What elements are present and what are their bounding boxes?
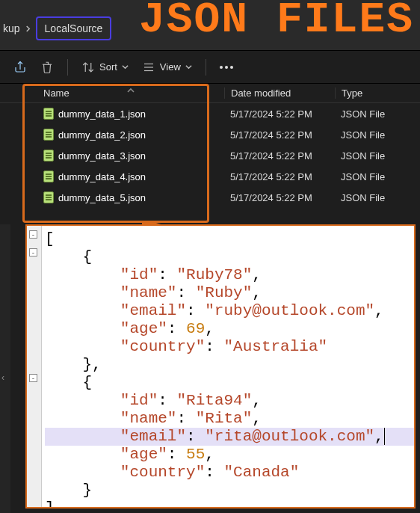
- breadcrumb-current[interactable]: LocalSource: [36, 16, 112, 40]
- more-button[interactable]: [220, 66, 233, 69]
- sort-icon: [81, 61, 95, 74]
- ellipsis-icon: [220, 66, 233, 69]
- sort-label: Sort: [99, 61, 117, 73]
- view-label: View: [160, 61, 181, 73]
- file-name: dummy_data_4.json: [58, 171, 146, 182]
- file-row[interactable]: dummy_data_5.json5/17/2024 5:22 PMJSON F…: [0, 187, 420, 208]
- column-header-date[interactable]: Date modified: [224, 87, 335, 99]
- share-icon: [13, 61, 27, 74]
- file-date: 5/17/2024 5:22 PM: [224, 129, 335, 141]
- file-name: dummy_data_1.json: [58, 108, 146, 120]
- file-date: 5/17/2024 5:22 PM: [224, 150, 335, 162]
- delete-button[interactable]: [40, 61, 54, 74]
- sort-button[interactable]: Sort: [81, 61, 129, 74]
- file-type: JSON File: [335, 129, 420, 141]
- toolbar-separator: [67, 59, 68, 76]
- sort-caret-icon: [127, 87, 135, 94]
- file-name: dummy_data_5.json: [58, 192, 146, 203]
- json-file-icon: [43, 108, 54, 120]
- breadcrumb[interactable]: kup LocalSource: [0, 16, 111, 40]
- file-type: JSON File: [335, 171, 420, 182]
- file-row[interactable]: dummy_data_3.json5/17/2024 5:22 PMJSON F…: [0, 145, 420, 166]
- editor-content[interactable]: [ { "id": "Ruby78", "name": "Ruby", "ema…: [42, 226, 414, 507]
- view-icon: [142, 61, 155, 74]
- file-type: JSON File: [335, 192, 420, 203]
- json-file-icon: [43, 191, 54, 203]
- fold-toggle[interactable]: -: [29, 230, 37, 239]
- json-file-icon: [43, 171, 54, 182]
- file-type: JSON File: [335, 108, 420, 120]
- editor-gutter[interactable]: - - -: [27, 226, 42, 507]
- toolbar-separator: [206, 59, 206, 76]
- annotation-title: JSON FILES: [139, 0, 414, 44]
- column-header-type[interactable]: Type: [335, 87, 420, 99]
- file-row[interactable]: dummy_data_4.json5/17/2024 5:22 PMJSON F…: [0, 166, 420, 187]
- view-button[interactable]: View: [142, 61, 192, 74]
- json-file-icon: [43, 129, 54, 141]
- file-date: 5/17/2024 5:22 PM: [224, 108, 335, 120]
- chevron-down-icon: [122, 64, 129, 70]
- json-file-icon: [43, 150, 54, 162]
- file-name: dummy_data_2.json: [58, 129, 146, 141]
- column-header-name[interactable]: Name: [0, 87, 224, 99]
- chevron-down-icon: [185, 64, 192, 70]
- file-row[interactable]: dummy_data_2.json5/17/2024 5:22 PMJSON F…: [0, 124, 420, 145]
- code-editor[interactable]: - - - [ { "id": "Ruby78", "name": "Ruby"…: [25, 224, 416, 509]
- toolbar: Sort View: [0, 51, 420, 84]
- breadcrumb-parent[interactable]: kup: [3, 22, 20, 34]
- file-row[interactable]: dummy_data_1.json5/17/2024 5:22 PMJSON F…: [0, 103, 420, 124]
- file-type: JSON File: [335, 150, 420, 162]
- share-button[interactable]: [13, 61, 27, 74]
- file-name: dummy_data_3.json: [58, 150, 146, 162]
- fold-toggle[interactable]: -: [29, 248, 37, 256]
- file-date: 5/17/2024 5:22 PM: [224, 171, 335, 182]
- chevron-right-icon: [25, 25, 31, 32]
- fold-toggle[interactable]: -: [29, 374, 37, 382]
- file-date: 5/17/2024 5:22 PM: [224, 192, 335, 203]
- trash-icon: [40, 61, 54, 74]
